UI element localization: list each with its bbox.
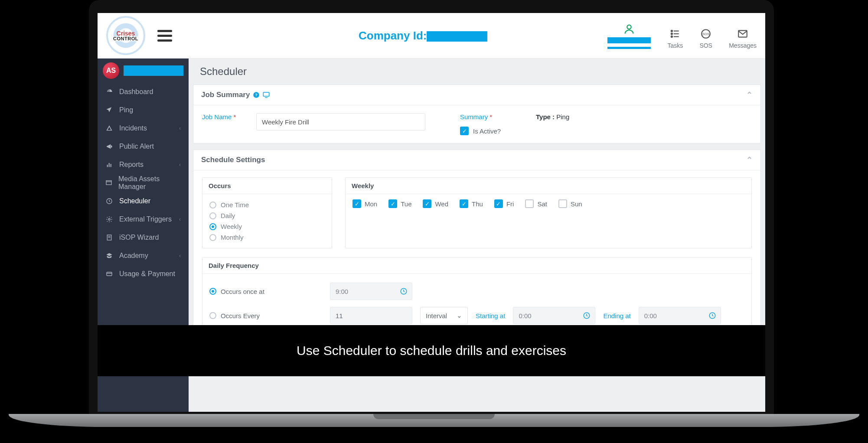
occurs-every-radio[interactable] — [209, 312, 216, 319]
sidebar-item-reports[interactable]: Reports‹ — [98, 156, 189, 174]
occurs-once-option[interactable]: Occurs once at — [209, 288, 322, 295]
job-name-input[interactable] — [256, 113, 425, 130]
occurs-option-monthly[interactable]: Monthly — [209, 232, 325, 243]
checkbox-icon[interactable]: ✓ — [423, 199, 431, 208]
sidebar-item-usage-&-payment[interactable]: Usage & Payment — [98, 265, 189, 283]
sidebar-item-academy[interactable]: Academy‹ — [98, 247, 189, 265]
app-screen: Crises CONTROL Company Id: — [98, 13, 765, 412]
day-thu[interactable]: ✓Thu — [460, 199, 483, 208]
occurs-every-option[interactable]: Occurs Every — [209, 312, 322, 319]
daily-frequency-card: Daily Frequency Occurs once at 9:0 — [202, 257, 752, 333]
sidebar-item-label: Dashboard — [119, 88, 153, 96]
checkbox-icon[interactable]: ✓ — [460, 199, 468, 208]
caption-text: Use Scheduler to schedule drills and exe… — [297, 343, 566, 358]
radio-icon[interactable] — [209, 223, 216, 230]
help-icons[interactable]: ? — [252, 91, 271, 99]
dashboard-icon — [105, 88, 113, 95]
chevron-left-icon: ‹ — [179, 253, 181, 259]
caption-overlay: Use Scheduler to schedule drills and exe… — [98, 325, 765, 376]
checkbox-icon[interactable] — [558, 199, 567, 208]
radio-icon[interactable] — [209, 202, 216, 208]
sidebar-item-external-triggers[interactable]: External Triggers‹ — [98, 210, 189, 228]
clock-icon — [583, 312, 591, 319]
job-summary-header[interactable]: Job Summary ? ⌃ — [193, 85, 760, 105]
checkbox-icon[interactable] — [525, 199, 534, 208]
sidebar-item-isop-wizard[interactable]: iSOP Wizard — [98, 228, 189, 247]
app-header: Crises CONTROL Company Id: — [98, 13, 765, 59]
day-sun[interactable]: Sun — [558, 199, 582, 208]
chevron-left-icon: ‹ — [179, 125, 181, 131]
job-summary-panel: Job Summary ? ⌃ Job Name * Summary * — [193, 85, 761, 143]
weekly-title: Weekly — [346, 178, 751, 194]
weekly-card: Weekly ✓Mon✓Tue✓Wed✓Thu✓FriSatSun — [345, 177, 752, 248]
isop-icon — [105, 234, 113, 241]
sidebar-item-label: Public Alert — [119, 143, 154, 150]
is-active-row[interactable]: ✓ Is Active? — [460, 127, 506, 135]
monitor-icon — [262, 91, 271, 99]
svg-point-0 — [627, 25, 631, 29]
header-messages-item[interactable]: Messages — [729, 27, 757, 49]
sidebar-item-incidents[interactable]: Incidents‹ — [98, 119, 189, 137]
occurs-option-daily[interactable]: Daily — [209, 210, 325, 221]
occurs-once-radio[interactable] — [209, 288, 216, 295]
occurs-options-list: One TimeDailyWeeklyMonthly — [202, 194, 332, 248]
tasks-icon — [669, 27, 682, 40]
checkbox-icon[interactable]: ✓ — [352, 199, 361, 208]
day-fri[interactable]: ✓Fri — [494, 199, 514, 208]
svg-rect-11 — [109, 163, 110, 167]
sidebar-item-dashboard[interactable]: Dashboard — [98, 83, 189, 101]
svg-rect-12 — [111, 164, 111, 167]
sidebar-item-label: Academy — [119, 252, 148, 260]
svg-rect-13 — [106, 181, 111, 185]
chevron-up-icon[interactable]: ⌃ — [746, 90, 753, 100]
sidebar-item-media-assets-manager[interactable]: Media Assets Manager — [98, 174, 189, 192]
day-sat[interactable]: Sat — [525, 199, 547, 208]
sidebar-item-ping[interactable]: Ping — [98, 101, 189, 119]
svg-text:SOS: SOS — [702, 32, 709, 36]
checkbox-icon[interactable]: ✓ — [388, 199, 397, 208]
svg-rect-10 — [107, 165, 108, 167]
radio-icon[interactable] — [209, 212, 216, 219]
sidebar-item-label: Incidents — [119, 124, 147, 132]
radio-icon[interactable] — [209, 234, 216, 241]
schedule-settings-body: Occurs One TimeDailyWeeklyMonthly Weekly… — [193, 170, 760, 340]
page-title: Scheduler — [189, 59, 765, 85]
sidebar-item-scheduler[interactable]: Scheduler — [98, 192, 189, 210]
media-icon — [105, 179, 112, 186]
occurs-every-value-input[interactable]: 11 — [330, 307, 412, 324]
interval-select[interactable]: Interval ⌄ — [420, 307, 468, 324]
scheduler-icon — [105, 198, 113, 205]
day-tue[interactable]: ✓Tue — [388, 199, 411, 208]
svg-point-3 — [671, 33, 672, 34]
sidebar-item-public-alert[interactable]: Public Alert — [98, 137, 189, 156]
company-id-redacted — [427, 31, 487, 42]
header-tasks-item[interactable]: Tasks — [667, 27, 683, 49]
menu-toggle-button[interactable] — [157, 27, 172, 44]
ending-at-label: Ending at — [603, 312, 630, 319]
day-mon[interactable]: ✓Mon — [352, 199, 377, 208]
checkbox-icon[interactable]: ✓ — [494, 199, 503, 208]
starting-at-input[interactable]: 0:00 — [513, 307, 595, 324]
occurs-option-weekly[interactable]: Weekly — [209, 221, 325, 232]
header-sos-item[interactable]: SOS SOS — [699, 27, 712, 49]
day-wed[interactable]: ✓Wed — [423, 199, 448, 208]
schedule-settings-header[interactable]: Schedule Settings ⌃ — [193, 150, 760, 170]
summary-label: Summary * — [460, 113, 506, 121]
laptop-notch — [373, 414, 495, 419]
sidebar-user-chip[interactable]: AS — [98, 59, 189, 83]
job-summary-body: Job Name * Summary * ✓ Is Active? Type — [193, 105, 760, 143]
occurs-once-time-input[interactable]: 9:00 — [330, 283, 412, 300]
header-user-item[interactable] — [607, 23, 651, 49]
occurs-option-one-time[interactable]: One Time — [209, 199, 325, 210]
type-display: Type : Ping — [536, 113, 569, 121]
chevron-up-icon[interactable]: ⌃ — [746, 155, 753, 165]
schedule-settings-title: Schedule Settings — [201, 156, 265, 164]
triggers-icon — [105, 216, 113, 223]
is-active-checkbox[interactable]: ✓ — [460, 127, 469, 135]
sidebar-item-label: External Triggers — [119, 215, 172, 223]
payment-icon — [105, 270, 113, 277]
chevron-down-icon: ⌄ — [457, 312, 462, 319]
ending-at-input[interactable]: 0:00 — [639, 307, 721, 324]
occurs-title: Occurs — [202, 178, 332, 194]
app-logo[interactable]: Crises CONTROL — [106, 16, 145, 55]
